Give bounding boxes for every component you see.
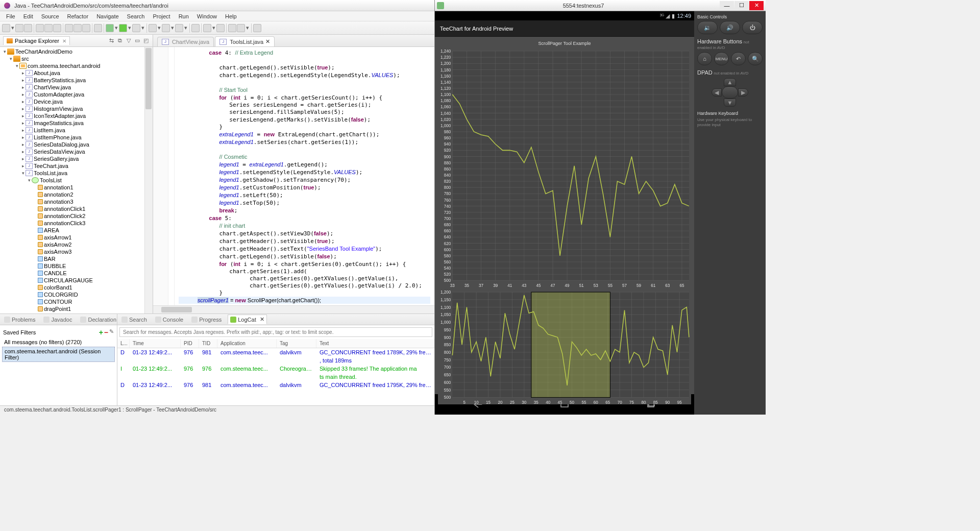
- tb-save-icon[interactable]: [15, 24, 23, 32]
- menu-hw-button[interactable]: MENU: [714, 52, 729, 65]
- tree-member[interactable]: BAR: [1, 255, 152, 262]
- volume-down-button[interactable]: 🔉: [697, 21, 718, 34]
- tree-file[interactable]: ▸SeriesDataDialog.java: [1, 141, 152, 148]
- view-menu-icon[interactable]: ▽: [125, 37, 132, 44]
- package-explorer-tab[interactable]: Package Explorer ✕: [3, 36, 70, 45]
- tb-open-icon[interactable]: [74, 24, 82, 32]
- tree-member[interactable]: dragPoint1: [1, 305, 152, 312]
- tree-member[interactable]: BUBBLE: [1, 262, 152, 270]
- tree-member[interactable]: AREA: [1, 227, 152, 234]
- editor-tab-chartview[interactable]: ChartView.java: [157, 37, 214, 46]
- tb-search-icon[interactable]: [191, 24, 200, 32]
- dpad-down[interactable]: ▼: [724, 99, 736, 107]
- menu-source[interactable]: Source: [37, 12, 63, 20]
- maximize-icon[interactable]: ◰: [142, 37, 150, 44]
- device-screen[interactable]: ³ᴳ ◢ ▮ 12:49 TeeChart for Android Previe…: [435, 11, 694, 415]
- log-row[interactable]: D01-23 12:49:2...976981com.steema.teec..…: [117, 381, 434, 389]
- menu-help[interactable]: Help: [221, 12, 241, 20]
- tree-file[interactable]: ▸ChartView.java: [1, 84, 152, 91]
- tb-tasks-icon[interactable]: [203, 24, 211, 32]
- tree-file[interactable]: ▸IconTextAdapter.java: [1, 112, 152, 119]
- maximize-button[interactable]: ☐: [734, 1, 749, 10]
- menu-search[interactable]: Search: [123, 12, 149, 20]
- tb-lint-icon[interactable]: [53, 24, 61, 32]
- dpad-left[interactable]: ◀: [712, 88, 722, 96]
- tree-project[interactable]: ▾TeeChartAndroidDemo: [1, 48, 152, 55]
- tree-member[interactable]: annotation1: [1, 184, 152, 191]
- search-hw-button[interactable]: 🔍: [748, 52, 763, 65]
- tree-package[interactable]: ▾com.steema.teechart.android: [1, 62, 152, 69]
- tb-drop-icon[interactable]: ▾: [11, 24, 15, 32]
- close-button[interactable]: ✕: [749, 1, 764, 10]
- tree-file[interactable]: ▸Device.java: [1, 98, 152, 105]
- close-icon[interactable]: ✕: [265, 38, 270, 45]
- tab-search[interactable]: Search: [119, 316, 149, 324]
- tab-declaration[interactable]: Declaration: [78, 316, 118, 324]
- back-hw-button[interactable]: ↶: [731, 52, 746, 65]
- collapse-icon[interactable]: ⇆: [108, 37, 115, 44]
- tree-file[interactable]: ▸BatteryStatistics.java: [1, 77, 152, 84]
- log-row[interactable]: , total 189ms: [117, 356, 434, 365]
- editor-hscrollbar[interactable]: [153, 305, 434, 313]
- log-row[interactable]: I01-23 12:49:2...976976com.steema.teec..…: [117, 365, 434, 373]
- tree-member[interactable]: annotation2: [1, 191, 152, 198]
- edit-filter-icon[interactable]: ✎: [109, 328, 114, 336]
- source-code[interactable]: case 4: // Extra Legend chart.getLegend(…: [175, 47, 434, 305]
- tab-javadoc[interactable]: Javadoc: [41, 316, 74, 324]
- tab-logcat[interactable]: LogCat✕: [228, 315, 266, 324]
- link-icon[interactable]: ⧉: [116, 37, 124, 44]
- tb-debug-icon[interactable]: [106, 24, 114, 32]
- tree-member[interactable]: CANDLE: [1, 270, 152, 277]
- tb-sdk-icon[interactable]: [36, 24, 44, 32]
- tab-console[interactable]: Console: [153, 316, 185, 324]
- tree-file[interactable]: ▸ListItem.java: [1, 127, 152, 134]
- tree-file[interactable]: ▸SeriesDataView.java: [1, 148, 152, 155]
- tb-mark-icon[interactable]: [216, 24, 225, 32]
- volume-up-button[interactable]: 🔊: [720, 21, 740, 34]
- tree-member[interactable]: annotationClick3: [1, 220, 152, 227]
- tb-run-icon[interactable]: [119, 24, 127, 32]
- power-button[interactable]: ⏻: [742, 21, 763, 34]
- menu-file[interactable]: File: [2, 12, 19, 20]
- overview-chart[interactable]: 5005506006507007508008509009501,0001,050…: [438, 290, 691, 405]
- dpad-right[interactable]: ▶: [738, 88, 748, 96]
- tree-file[interactable]: ▸SeriesGallery.java: [1, 155, 152, 162]
- tb-persp-icon[interactable]: [253, 24, 261, 32]
- filter-item-all[interactable]: All messages (no filters) (2720): [2, 338, 115, 346]
- logcat-search-input[interactable]: [119, 327, 432, 337]
- tb-print-icon[interactable]: [82, 24, 90, 32]
- menu-project[interactable]: Project: [149, 12, 174, 20]
- tb-avd-icon[interactable]: [44, 24, 53, 32]
- tree-member[interactable]: annotationClick2: [1, 212, 152, 220]
- menu-navigate[interactable]: Navigate: [92, 12, 122, 20]
- tree-file[interactable]: ▸HistogramView.java: [1, 105, 152, 112]
- tab-problems[interactable]: Problems: [2, 316, 37, 324]
- tree-file[interactable]: ▸ImageStatistics.java: [1, 119, 152, 127]
- filter-item-session[interactable]: com.steema.teechart.android (Session Fil…: [2, 347, 115, 362]
- tree-member[interactable]: annotationClick1: [1, 205, 152, 212]
- tab-progress[interactable]: Progress: [189, 316, 224, 324]
- dpad-center[interactable]: [722, 86, 738, 99]
- tb-fwd-icon[interactable]: [237, 24, 245, 32]
- tb-saveall-icon[interactable]: [24, 24, 32, 32]
- menu-window[interactable]: Window: [193, 12, 221, 20]
- add-filter-icon[interactable]: +: [99, 328, 103, 336]
- tb-new-icon[interactable]: [2, 24, 10, 32]
- tree-member[interactable]: COLORGRID: [1, 291, 152, 298]
- dpad-up[interactable]: ▲: [724, 78, 736, 86]
- tb-new2-icon[interactable]: [65, 24, 73, 32]
- menu-edit[interactable]: Edit: [19, 12, 37, 20]
- tree-file[interactable]: ▸About.java: [1, 69, 152, 77]
- tree-src[interactable]: ▾src: [1, 55, 152, 62]
- tree-member[interactable]: CONTOUR: [1, 298, 152, 305]
- tree-class[interactable]: ▾ToolsList: [1, 177, 152, 184]
- code-editor[interactable]: case 4: // Extra Legend chart.getLegend(…: [153, 47, 434, 305]
- tb-back-icon[interactable]: [228, 24, 236, 32]
- tree-member[interactable]: axisArrow3: [1, 248, 152, 255]
- editor-tab-toolslist[interactable]: ToolsList.java ✕: [215, 36, 275, 46]
- log-row[interactable]: ts main thread.: [117, 373, 434, 381]
- tree-file[interactable]: ▸TeeChart.java: [1, 162, 152, 170]
- remove-filter-icon[interactable]: −: [104, 328, 108, 336]
- tree-member[interactable]: dragPoint2: [1, 312, 152, 313]
- minimize-icon[interactable]: ▭: [134, 37, 141, 44]
